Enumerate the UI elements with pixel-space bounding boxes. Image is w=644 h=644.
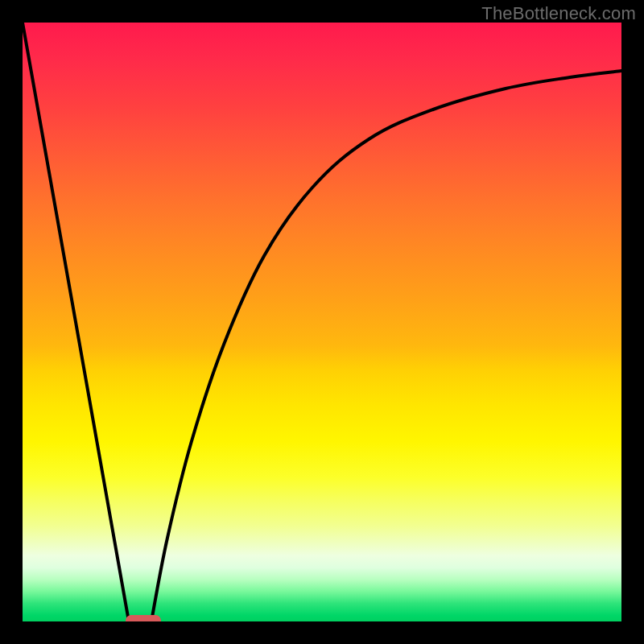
watermark-text: TheBottleneck.com <box>481 3 636 24</box>
right-branch-curve <box>151 71 621 621</box>
plot-area <box>23 23 621 621</box>
bottleneck-marker <box>126 615 161 621</box>
left-branch-line <box>23 23 129 621</box>
curve-layer <box>23 23 621 621</box>
chart-frame: TheBottleneck.com <box>0 0 644 644</box>
